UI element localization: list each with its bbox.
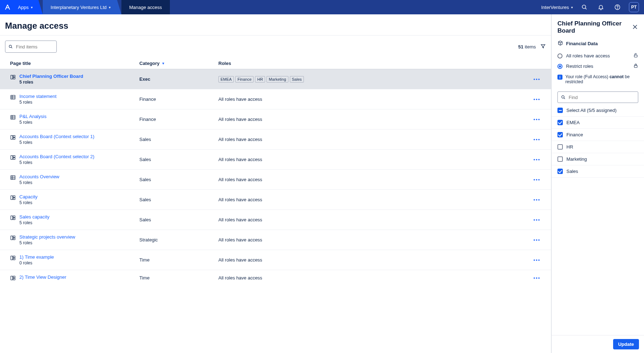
search-icon[interactable] [579, 2, 589, 12]
role-option-label: Sales [566, 169, 578, 174]
svg-rect-9 [11, 136, 13, 140]
svg-rect-12 [11, 156, 13, 160]
role-option[interactable]: Finance [552, 129, 644, 141]
row-title-link[interactable]: Income statement [19, 94, 56, 99]
search-field[interactable] [16, 44, 54, 50]
row-title-link[interactable]: Sales capacity [19, 214, 50, 220]
row-roles: All roles have access [218, 157, 528, 162]
main-content: Manage access 51 items Page title Catego… [0, 14, 551, 353]
option-label: Restrict roles [566, 63, 593, 69]
row-category: Finance [139, 117, 218, 122]
row-actions-menu[interactable]: ••• [528, 97, 546, 102]
row-actions-menu[interactable]: ••• [528, 275, 546, 281]
app-logo[interactable] [0, 0, 15, 14]
chevron-down-icon: ▾ [109, 5, 111, 9]
row-roles: All roles have access [218, 257, 528, 263]
column-category[interactable]: Category▾ [139, 61, 218, 66]
table-row[interactable]: Strategic projects overview 5 rolesStrat… [0, 230, 551, 250]
row-actions-menu[interactable]: ••• [528, 157, 546, 162]
checkbox-icon [557, 169, 563, 174]
row-subtitle: 5 roles [19, 200, 38, 205]
role-list: Select All (5/5 assigned) EMEA Finance H… [552, 104, 644, 180]
svg-rect-20 [13, 216, 15, 218]
row-roles: All roles have access [218, 177, 528, 182]
svg-point-3 [9, 45, 11, 48]
bell-icon[interactable] [596, 2, 606, 12]
svg-point-0 [582, 5, 586, 9]
role-option[interactable]: HR [552, 141, 644, 153]
column-page-title[interactable]: Page title [10, 61, 139, 66]
table-row[interactable]: Chief Planning Officer Board 5 rolesExec… [0, 69, 551, 89]
search-icon [8, 44, 13, 50]
role-option[interactable]: Marketing [552, 153, 644, 165]
row-title-link[interactable]: Strategic projects overview [19, 234, 75, 240]
row-subtitle: 0 roles [19, 260, 54, 265]
svg-rect-21 [13, 218, 15, 220]
panel-search-field[interactable] [569, 95, 635, 100]
apps-menu[interactable]: Apps ▾ [15, 0, 38, 14]
panel-section-label: Financial Data [566, 41, 598, 46]
board-icon [10, 74, 16, 80]
board-icon [10, 275, 16, 281]
row-actions-menu[interactable]: ••• [528, 237, 546, 243]
table-row[interactable]: Income statement 5 rolesFinanceAll roles… [0, 89, 551, 109]
checkbox-icon [557, 132, 563, 137]
lock-icon [633, 63, 638, 69]
avatar[interactable]: PT [629, 2, 639, 12]
update-button[interactable]: Update [613, 339, 639, 349]
chevron-down-icon: ▾ [31, 5, 33, 9]
table-row[interactable]: Capacity 5 rolesSalesAll roles have acce… [0, 189, 551, 210]
help-icon[interactable] [612, 2, 622, 12]
select-all-row[interactable]: Select All (5/5 assigned) [552, 104, 644, 117]
row-category: Sales [139, 217, 218, 222]
table-row[interactable]: Accounts Overview 5 rolesSalesAll roles … [0, 169, 551, 189]
row-subtitle: 5 roles [19, 240, 75, 245]
table-row[interactable]: Sales capacity 5 rolesSalesAll roles hav… [0, 210, 551, 230]
info-icon: i [557, 75, 562, 80]
row-actions-menu[interactable]: ••• [528, 137, 546, 142]
row-title-link[interactable]: Accounts Overview [19, 174, 59, 179]
board-icon [10, 235, 16, 241]
column-roles[interactable]: Roles [218, 61, 528, 66]
row-actions-menu[interactable]: ••• [528, 177, 546, 182]
row-title-link[interactable]: Capacity [19, 194, 38, 199]
filter-icon[interactable] [540, 43, 546, 50]
board-icon [10, 195, 16, 201]
table-row[interactable]: P&L Analysis 5 rolesFinanceAll roles hav… [0, 109, 551, 129]
search-input[interactable] [5, 41, 57, 53]
row-actions-menu[interactable]: ••• [528, 197, 546, 202]
row-title-link[interactable]: 1) Time example [19, 254, 54, 260]
row-title-link[interactable]: 2) Time View Designer [19, 274, 66, 280]
row-roles: EMEAFinanceHRMarketingSales [218, 76, 528, 83]
svg-rect-5 [13, 75, 15, 77]
table-row[interactable]: 1) Time example 0 rolesTimeAll roles hav… [0, 250, 551, 270]
svg-point-2 [617, 8, 618, 9]
breadcrumb: Apps ▾ Interplanetary Ventures Ltd ▾ Man… [0, 0, 170, 14]
row-title-link[interactable]: Accounts Board (Context selector 1) [19, 134, 94, 139]
table-row[interactable]: Accounts Board (Context selector 1) 5 ro… [0, 129, 551, 149]
role-option[interactable]: Sales [552, 165, 644, 178]
row-actions-menu[interactable]: ••• [528, 76, 546, 82]
role-option[interactable]: EMEA [552, 117, 644, 129]
row-actions-menu[interactable]: ••• [528, 117, 546, 122]
table-row[interactable]: Accounts Board (Context selector 2) 5 ro… [0, 149, 551, 169]
row-actions-menu[interactable]: ••• [528, 217, 546, 222]
board-icon [10, 135, 16, 140]
tenant-menu[interactable]: InterVentures ▾ [541, 5, 573, 10]
panel-search[interactable] [557, 91, 638, 103]
row-title-link[interactable]: Accounts Board (Context selector 2) [19, 154, 94, 159]
close-icon[interactable] [632, 24, 638, 31]
svg-rect-11 [13, 138, 15, 140]
svg-rect-26 [13, 256, 15, 258]
search-icon [561, 94, 566, 100]
table-row[interactable]: 2) Time View Designer TimeAll roles have… [0, 270, 551, 285]
option-restrict-roles[interactable]: Restrict roles [557, 61, 638, 71]
row-title-link[interactable]: P&L Analysis [19, 114, 46, 119]
breadcrumb-page: Manage access [121, 0, 170, 14]
option-all-roles[interactable]: All roles have access [557, 51, 638, 61]
row-roles: All roles have access [218, 217, 528, 222]
row-category: Exec [139, 76, 218, 82]
workspace-menu[interactable]: Interplanetary Ventures Ltd ▾ [43, 0, 117, 14]
row-actions-menu[interactable]: ••• [528, 257, 546, 263]
row-title-link[interactable]: Chief Planning Officer Board [19, 74, 83, 79]
